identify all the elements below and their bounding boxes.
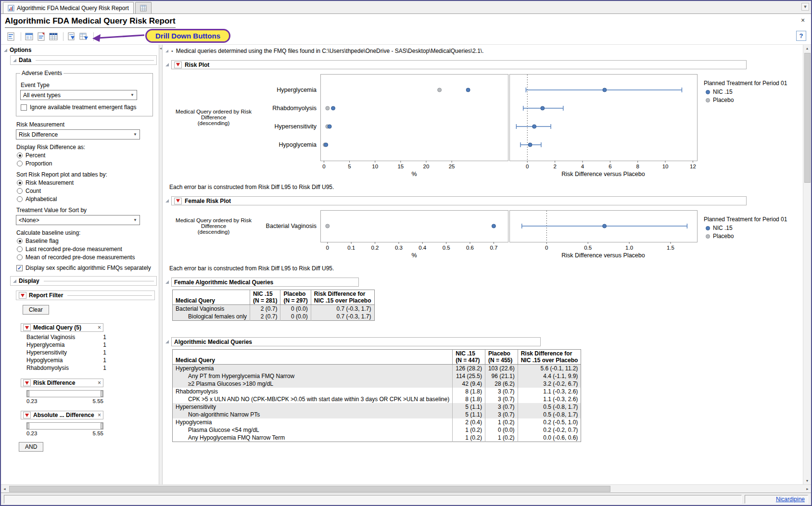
value-cell[interactable]: 2 (0.7) — [250, 313, 280, 321]
data-point-placebo[interactable] — [326, 106, 330, 110]
data-section-title[interactable]: Data — [19, 57, 31, 63]
value-cell[interactable]: 0 (0.0) — [280, 313, 311, 321]
red-triangle-icon[interactable] — [23, 412, 31, 418]
radio-option-alphabetical[interactable]: Alphabetical — [17, 196, 156, 202]
value-cell[interactable]: 1.1 (-0.3, 2.6) — [518, 395, 581, 403]
estimate-point[interactable] — [533, 125, 536, 128]
drill-down-report-icon[interactable] — [66, 31, 77, 42]
value-cell[interactable]: 0.7 (-0.3, 1.7) — [311, 313, 374, 321]
value-cell[interactable]: 4.4 (-1.1, 9.9) — [518, 372, 581, 380]
absolute-difference-range-slider[interactable] — [26, 422, 103, 430]
female-table-title[interactable]: Female Algorithmic Medical Queries — [174, 279, 273, 286]
slider-handle-min[interactable] — [27, 423, 29, 429]
value-cell[interactable]: 42 (9.4) — [453, 380, 485, 388]
data-point-placebo[interactable] — [326, 224, 330, 228]
options-outline[interactable]: Options — [4, 47, 158, 53]
medical-query-cell[interactable]: Plasma Glucose <54 mg/dL — [173, 426, 453, 434]
estimate-point[interactable] — [528, 143, 532, 147]
value-cell[interactable]: 5.6 (-0.1, 11.2) — [518, 365, 581, 373]
red-triangle-icon[interactable] — [23, 324, 31, 331]
horizontal-scrollbar-thumb[interactable] — [9, 486, 610, 492]
data-point-nic-15[interactable] — [331, 106, 335, 110]
table-row[interactable]: ≥2 Plasma Glucoses >180 mg/dL42 (9.4)28 … — [173, 380, 581, 388]
data-point-nic-15[interactable] — [466, 88, 470, 92]
filter-item-rhabdomyolysis[interactable]: Rhabdomyolysis1 — [21, 364, 108, 372]
medical-query-cell[interactable]: Any PT from Hyperglycemia FMQ Narrow — [173, 372, 453, 380]
slider-handle-max[interactable] — [101, 391, 103, 397]
scroll-up-icon[interactable]: ▲ — [804, 45, 811, 52]
vertical-scrollbar-thumb[interactable] — [804, 53, 811, 183]
table-row[interactable]: CPK >5 x ULN AND NO (CPK-MB/CPK >0.05 wi… — [173, 395, 581, 403]
radio-option-mean-of-recorded-pre-dose-measurements[interactable]: Mean of recorded pre-dose measurements — [17, 254, 156, 261]
value-cell[interactable]: 2 (0.7) — [250, 305, 280, 313]
collapse-triangle-icon[interactable] — [13, 279, 16, 283]
radio-icon[interactable] — [17, 254, 23, 260]
table-row[interactable]: Hypersensitivity5 (1.1)3 (0.7)0.5 (-0.8,… — [173, 403, 581, 411]
value-cell[interactable]: 0 (0.0) — [485, 426, 518, 434]
risk-difference-range-slider[interactable] — [26, 390, 103, 397]
estimate-point[interactable] — [541, 106, 545, 110]
radio-icon[interactable] — [17, 180, 23, 186]
close-filter-icon[interactable]: × — [98, 412, 101, 418]
table-row[interactable]: Biological females only2 (0.7)0 (0.0)0.7… — [173, 313, 375, 321]
radio-option-count[interactable]: Count — [17, 188, 156, 194]
medical-query-cell[interactable]: Hypersensitivity — [173, 403, 453, 411]
collapse-triangle-icon[interactable] — [165, 63, 169, 66]
medical-query-filter-title[interactable]: Medical Query (5) — [33, 324, 81, 331]
and-button[interactable]: AND — [19, 442, 43, 452]
medical-query-cell[interactable]: Hyperglycemia — [173, 365, 453, 373]
close-filter-icon[interactable]: × — [98, 380, 101, 386]
tab-risk-report[interactable]: Algorithmic FDA Medical Query Risk Repor… — [3, 2, 134, 13]
value-cell[interactable]: 0.2 (-0.2, 0.7) — [518, 426, 581, 434]
scroll-right-icon[interactable]: ► — [804, 485, 811, 493]
radio-icon[interactable] — [17, 161, 23, 166]
data-table-icon[interactable] — [48, 31, 59, 42]
filter-item-hyperglycemia[interactable]: Hyperglycemia1 — [21, 341, 108, 349]
medical-query-cell[interactable]: Bacterial Vaginosis — [173, 305, 250, 313]
radio-icon[interactable] — [17, 196, 23, 202]
collapse-sidebar-icon[interactable]: ◄ — [159, 47, 163, 484]
data-point-nic-15[interactable] — [324, 143, 328, 147]
ignore-flags-checkbox[interactable] — [21, 104, 27, 111]
value-cell[interactable]: 0.2 (-0.5, 1.0) — [518, 418, 581, 426]
table-row[interactable]: Plasma Glucose <54 mg/dL1 (0.2)0 (0.0)0.… — [173, 426, 581, 434]
tab-overflow-icon[interactable]: ▼ — [801, 3, 809, 11]
value-cell[interactable]: 126 (28.2) — [453, 365, 485, 373]
collapse-triangle-icon[interactable] — [4, 49, 7, 52]
value-cell[interactable]: 0.0 (-0.6, 0.6) — [518, 434, 581, 442]
radio-option-baseline-flag[interactable]: Baseline flag — [17, 238, 156, 244]
value-cell[interactable]: 2 (0.4) — [453, 418, 485, 426]
report-icon[interactable] — [6, 31, 16, 42]
risk-measurement-dropdown[interactable]: Risk Difference ▼ — [16, 129, 140, 139]
estimate-point[interactable] — [603, 224, 607, 228]
medical-query-cell[interactable]: Non-algorithmic Narrow PTs — [173, 411, 453, 418]
table-row[interactable]: Any Hypoglycemia FMQ Narrow Term1 (0.2)1… — [173, 434, 581, 442]
drill-down-table-icon[interactable] — [78, 31, 89, 42]
table-row[interactable]: Any PT from Hyperglycemia FMQ Narrow114 … — [173, 372, 581, 380]
legend-entry-nic-15[interactable]: NIC .15 — [706, 89, 787, 95]
value-cell[interactable]: 3 (0.7) — [485, 411, 518, 418]
report-filter-title[interactable]: Report Filter — [29, 292, 63, 299]
display-section-header[interactable]: Display — [10, 276, 157, 286]
value-cell[interactable]: 3 (0.7) — [485, 388, 518, 395]
data-section-header[interactable]: Data — [10, 55, 157, 65]
absolute-difference-filter-header[interactable]: Absolute ... Difference × — [21, 411, 103, 419]
table-row[interactable]: Bacterial Vaginosis2 (0.7)0 (0.0)0.7 (-0… — [173, 305, 375, 313]
report-filter-header[interactable]: Report Filter — [16, 291, 155, 300]
horizontal-scrollbar[interactable]: ◄ ► — [1, 484, 811, 493]
medical-query-cell[interactable]: CPK >5 x ULN AND NO (CPK-MB/CPK >0.05 wi… — [173, 395, 453, 403]
nicardipine-link[interactable]: Nicardipine — [776, 496, 805, 503]
medical-query-cell[interactable]: Rhabdomyolysis — [173, 388, 453, 395]
estimate-point[interactable] — [603, 88, 607, 92]
ignore-flags-row[interactable]: Ignore available treatment emergent flag… — [21, 104, 149, 111]
risk-difference-filter-header[interactable]: Risk Difference × — [21, 379, 103, 387]
value-cell[interactable]: 3 (0.7) — [485, 403, 518, 411]
value-cell[interactable]: 5 (1.1) — [453, 411, 485, 418]
medical-query-cell[interactable]: ≥2 Plasma Glucoses >180 mg/dL — [173, 380, 453, 388]
collapse-triangle-icon[interactable] — [165, 340, 169, 343]
value-cell[interactable]: 1 (0.2) — [453, 426, 485, 434]
value-cell[interactable]: 0 (0.0) — [280, 305, 311, 313]
clear-button[interactable]: Clear — [23, 305, 49, 315]
radio-option-risk-measurement[interactable]: Risk Measurement — [17, 179, 156, 186]
value-cell[interactable]: 1.1 (-0.3, 2.6) — [518, 388, 581, 395]
